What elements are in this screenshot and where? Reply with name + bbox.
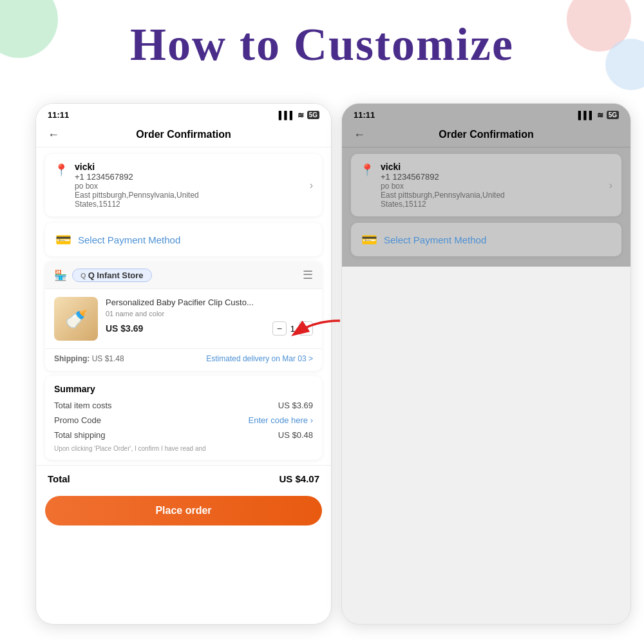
product-title-left: Personalized Baby Pacifier Clip Custo... <box>106 297 313 308</box>
product-item-left: 🍼 Personalized Baby Pacifier Clip Custo.… <box>45 289 322 348</box>
summary-value-2: US $0.48 <box>278 430 313 440</box>
address-phone-left: +1 1234567892 <box>75 172 303 182</box>
header-title-right: Order Confirmation <box>439 129 534 140</box>
address-line2-left: East pittsburgh,Pennsylvania,United <box>75 191 303 200</box>
back-arrow-right[interactable]: ← <box>354 128 365 142</box>
page-title: How to Customize <box>130 18 514 71</box>
status-bar-left: 11:11 ▌▌▌ ≋ 5G <box>36 104 331 124</box>
payment-label-left: Select Payment Method <box>78 234 180 245</box>
total-label-left: Total <box>48 473 70 484</box>
summary-label-1: Promo Code <box>54 415 101 425</box>
summary-value-0: US $3.69 <box>278 401 313 410</box>
chevron-right-icon-left: › <box>310 180 313 191</box>
store-icon-left: 🏪 <box>54 269 67 281</box>
payment-icon-right: 💳 <box>361 232 377 247</box>
address-line3-right: States,15112 <box>381 200 603 209</box>
summary-row-1[interactable]: Promo Code Enter code here › <box>54 415 313 425</box>
status-bar-right: 11:11 ▌▌▌ ≋ 5G <box>342 104 630 124</box>
shipping-cost-left: US $1.48 <box>92 354 124 363</box>
product-variant-left: 01 name and color <box>106 310 313 317</box>
summary-row-2: Total shipping US $0.48 <box>54 430 313 440</box>
address-info-left: vicki +1 1234567892 po box East pittsbur… <box>75 162 303 209</box>
address-line1-left: po box <box>75 182 303 191</box>
total-bar-left: Total US $4.07 <box>36 465 331 492</box>
address-line2-right: East pittsburgh,Pennsylvania,United <box>381 191 603 200</box>
summary-title-left: Summary <box>54 384 313 394</box>
header-title-left: Order Confirmation <box>136 129 231 140</box>
summary-label-2: Total shipping <box>54 430 106 440</box>
right-grayed-area: 11:11 ▌▌▌ ≋ 5G ← Order Confirmation 📍 vi… <box>342 104 630 267</box>
total-amount-left: US $4.07 <box>279 473 319 484</box>
qty-decrease-btn[interactable]: − <box>272 321 287 336</box>
summary-section-left: Summary Total item costs US $3.69 Promo … <box>45 376 322 460</box>
location-icon-right: 📍 <box>360 163 374 177</box>
payment-label-right: Select Payment Method <box>384 234 486 245</box>
shipping-delivery-left: Estimated delivery on Mar 03 > <box>206 354 313 363</box>
summary-row-0: Total item costs US $3.69 <box>54 401 313 410</box>
store-section-left: 🏪 Q Q Infant Store ☰ 🍼 Personalized Baby… <box>45 261 322 371</box>
status-time-right: 11:11 <box>354 110 375 120</box>
summary-label-0: Total item costs <box>54 401 112 410</box>
address-phone-right: +1 1234567892 <box>381 172 603 182</box>
bg-decoration-green <box>0 0 58 58</box>
left-phone-screenshot: 11:11 ▌▌▌ ≋ 5G ← Order Confirmation 📍 vi… <box>35 103 332 625</box>
location-icon-left: 📍 <box>54 163 68 177</box>
status-icons-right: ▌▌▌ ≋ 5G <box>578 111 619 120</box>
app-header-right: ← Order Confirmation <box>342 124 630 147</box>
payment-icon-left: 💳 <box>55 232 71 247</box>
chevron-right-icon-right: › <box>609 180 612 191</box>
status-time-left: 11:11 <box>48 110 69 120</box>
address-card-left[interactable]: 📍 vicki +1 1234567892 po box East pittsb… <box>45 154 322 216</box>
shipping-label-left: Shipping: <box>54 354 90 363</box>
right-phone-screenshot: 11:11 ▌▌▌ ≋ 5G ← Order Confirmation 📍 vi… <box>341 103 631 625</box>
store-left-left: 🏪 Q Q Infant Store <box>54 269 152 282</box>
summary-note-left: Upon clicking 'Place Order', I confirm I… <box>54 445 313 452</box>
app-header-left: ← Order Confirmation <box>36 124 331 147</box>
address-card-right[interactable]: 📍 vicki +1 1234567892 po box East pittsb… <box>351 154 621 216</box>
payment-row-right[interactable]: 💳 Select Payment Method <box>351 223 621 256</box>
address-line3-left: States,15112 <box>75 200 303 209</box>
payment-row-left[interactable]: 💳 Select Payment Method <box>45 223 322 256</box>
product-thumbnail-left: 🍼 <box>54 297 98 341</box>
red-arrow-indicator <box>289 314 346 349</box>
address-line1-right: po box <box>381 182 603 191</box>
product-info-left: Personalized Baby Pacifier Clip Custo...… <box>106 297 313 336</box>
store-header-left: 🏪 Q Q Infant Store ☰ <box>45 261 322 289</box>
address-name-right: vicki <box>381 162 603 172</box>
store-name-badge-left: Q Q Infant Store <box>72 269 152 282</box>
place-order-button[interactable]: Place order <box>45 496 322 526</box>
address-name-left: vicki <box>75 162 303 172</box>
address-info-right: vicki +1 1234567892 po box East pittsbur… <box>381 162 603 209</box>
shipping-row-left: Shipping: US $1.48 Estimated delivery on… <box>45 348 322 371</box>
status-icons-left: ▌▌▌ ≋ 5G <box>279 111 319 120</box>
summary-value-1: Enter code here › <box>249 415 313 425</box>
edit-icon-left[interactable]: ☰ <box>303 268 313 282</box>
back-arrow-left[interactable]: ← <box>48 128 59 142</box>
product-price-left: US $3.69 <box>106 323 143 334</box>
